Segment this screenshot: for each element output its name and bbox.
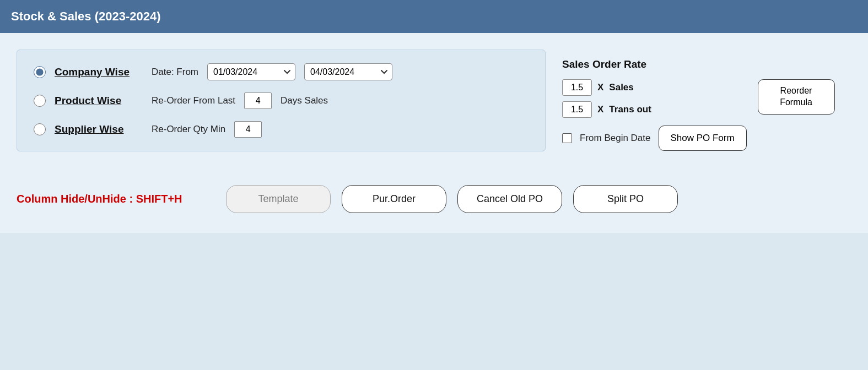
rates-col: X Sales X Trans out From Begin Date Show… bbox=[562, 79, 747, 151]
days-sales-label: Days Sales bbox=[281, 95, 328, 106]
date-to-select[interactable]: 04/03/2024 bbox=[304, 63, 392, 80]
date-from-label: Date: From bbox=[152, 67, 198, 78]
from-begin-date-checkbox[interactable] bbox=[562, 133, 572, 143]
date-from-select[interactable]: 01/03/2024 bbox=[207, 63, 295, 80]
trans-rate-row: X Trans out bbox=[562, 101, 747, 118]
trans-x-label: X bbox=[597, 104, 603, 115]
supplier-wise-row: Supplier Wise Re-Order Qty Min bbox=[34, 121, 529, 138]
product-wise-row: Product Wise Re-Order From Last Days Sal… bbox=[34, 92, 529, 109]
left-panel: Company Wise Date: From 01/03/2024 04/03… bbox=[17, 50, 546, 151]
main-content: Company Wise Date: From 01/03/2024 04/03… bbox=[0, 33, 868, 233]
rates-and-btn: X Sales X Trans out From Begin Date Show… bbox=[562, 79, 840, 151]
app-title: Stock & Sales (2023-2024) bbox=[11, 9, 161, 24]
supplier-wise-label: Supplier Wise bbox=[55, 123, 143, 135]
company-wise-label: Company Wise bbox=[55, 66, 143, 78]
reorder-qty-min-input[interactable] bbox=[234, 121, 262, 138]
company-wise-row: Company Wise Date: From 01/03/2024 04/03… bbox=[34, 63, 529, 80]
title-bar: Stock & Sales (2023-2024) bbox=[0, 0, 868, 33]
sales-x-label: X bbox=[597, 82, 603, 93]
reorder-qty-min-text: Re-Order Qty Min bbox=[152, 124, 225, 135]
sales-rate-row: X Sales bbox=[562, 79, 747, 96]
trans-rate-input[interactable] bbox=[562, 101, 592, 118]
cancel-old-po-button[interactable]: Cancel Old PO bbox=[457, 185, 562, 213]
pur-order-button[interactable]: Pur.Order bbox=[342, 185, 446, 213]
bottom-section: Column Hide/UnHide : SHIFT+H Template Pu… bbox=[17, 176, 851, 222]
template-button[interactable]: Template bbox=[226, 185, 331, 213]
split-po-button[interactable]: Split PO bbox=[573, 185, 678, 213]
sales-order-rate-title: Sales Order Rate bbox=[562, 58, 840, 70]
sales-rate-input[interactable] bbox=[562, 79, 592, 96]
column-hide-label: Column Hide/UnHide : SHIFT+H bbox=[17, 193, 215, 205]
show-po-form-button[interactable]: Show PO Form bbox=[659, 126, 747, 151]
top-section: Company Wise Date: From 01/03/2024 04/03… bbox=[17, 50, 851, 160]
right-panel: Sales Order Rate X Sales X Trans out bbox=[546, 50, 851, 160]
from-begin-date-label: From Begin Date bbox=[580, 133, 651, 144]
company-wise-radio[interactable] bbox=[34, 66, 46, 78]
supplier-wise-radio[interactable] bbox=[34, 123, 46, 135]
reorder-formula-button[interactable]: ReorderFormula bbox=[758, 79, 835, 115]
product-wise-radio[interactable] bbox=[34, 95, 46, 107]
reorder-from-last-text: Re-Order From Last bbox=[152, 95, 235, 106]
trans-rate-label: Trans out bbox=[609, 104, 651, 115]
reorder-from-last-input[interactable] bbox=[244, 92, 272, 109]
sales-rate-label: Sales bbox=[609, 82, 633, 93]
checkbox-show-po-row: From Begin Date Show PO Form bbox=[562, 126, 747, 151]
product-wise-label: Product Wise bbox=[55, 95, 143, 107]
